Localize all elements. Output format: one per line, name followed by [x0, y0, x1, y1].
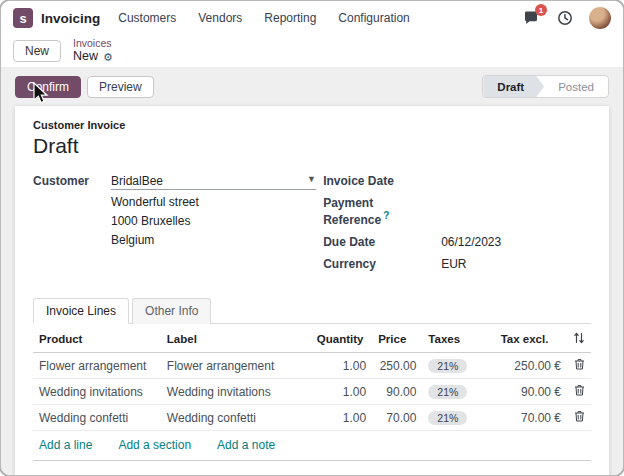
invoice-sheet: Customer Invoice Draft Customer BridalBe…	[15, 106, 609, 476]
odoo-logo-icon[interactable]: s	[13, 8, 33, 28]
cell-quantity[interactable]: 1.00	[311, 353, 372, 379]
app-title: Invoicing	[41, 11, 100, 26]
tab-other-info[interactable]: Other Info	[132, 298, 211, 324]
messages-button[interactable]: 1	[521, 8, 541, 28]
invoice-line-row[interactable]: Flower arrangement Flower arrangement 1.…	[33, 353, 591, 379]
topbar-right: 1	[521, 7, 611, 29]
add-a-note-link[interactable]: Add a note	[217, 438, 275, 452]
cell-taxes[interactable]: 21%	[422, 405, 494, 431]
app-window: s Invoicing Customers Vendors Reporting …	[0, 0, 624, 476]
col-price[interactable]: Price	[372, 326, 422, 353]
help-question-icon[interactable]: ?	[383, 210, 389, 221]
customer-value: BridalBee	[111, 174, 163, 188]
menu-item-configuration[interactable]: Configuration	[338, 11, 409, 25]
cell-subtotal: 90.00 €	[495, 379, 567, 405]
clock-icon	[557, 10, 573, 26]
document-type-label: Customer Invoice	[33, 119, 591, 131]
customer-address: Wonderful street 1000 Bruxelles Belgium	[111, 195, 316, 247]
delete-line-button[interactable]	[574, 410, 585, 425]
status-bar: Draft Posted	[482, 75, 609, 98]
col-label[interactable]: Label	[161, 326, 311, 353]
customer-field[interactable]: BridalBee ▼	[111, 174, 316, 190]
cell-price[interactable]: 90.00	[372, 379, 422, 405]
action-gear-icon[interactable]: ⚙	[103, 51, 113, 63]
status-step-draft[interactable]: Draft	[483, 76, 544, 97]
line-add-links: Add a line Add a section Add a note	[33, 431, 591, 461]
control-panel: Confirm Preview Draft Posted	[15, 75, 609, 98]
delete-line-button[interactable]	[574, 358, 585, 373]
invoice-lines-table: Product Label Quantity Price Taxes Tax e…	[33, 326, 591, 431]
customer-label: Customer	[33, 174, 111, 247]
cell-price[interactable]: 250.00	[372, 353, 422, 379]
chevron-down-icon: ▼	[307, 174, 316, 188]
address-line: 1000 Bruxelles	[111, 214, 316, 228]
preview-button[interactable]: Preview	[87, 76, 154, 98]
delete-line-button[interactable]	[574, 384, 585, 399]
status-step-posted[interactable]: Posted	[544, 76, 608, 97]
cell-label[interactable]: Flower arrangement	[161, 353, 311, 379]
cell-subtotal: 70.00 €	[495, 405, 567, 431]
add-a-section-link[interactable]: Add a section	[118, 438, 191, 452]
cell-quantity[interactable]: 1.00	[311, 379, 372, 405]
col-product[interactable]: Product	[33, 326, 161, 353]
activities-button[interactable]	[555, 8, 575, 28]
due-date-field[interactable]: 06/12/2023	[441, 235, 501, 249]
cell-subtotal: 250.00 €	[495, 353, 567, 379]
payment-reference-label: Payment Reference?	[323, 196, 441, 227]
optional-columns-icon	[573, 332, 585, 346]
address-line: Belgium	[111, 233, 316, 247]
cell-product[interactable]: Flower arrangement	[33, 353, 161, 379]
cell-quantity[interactable]: 1.00	[311, 405, 372, 431]
cell-taxes[interactable]: 21%	[422, 353, 494, 379]
messages-count-badge: 1	[535, 4, 547, 16]
top-navbar: s Invoicing Customers Vendors Reporting …	[1, 1, 623, 35]
cell-price[interactable]: 70.00	[372, 405, 422, 431]
notebook-tabs: Invoice Lines Other Info	[33, 297, 591, 324]
confirm-button[interactable]: Confirm	[15, 76, 81, 98]
work-area: Confirm Preview Draft Posted Customer In…	[1, 67, 623, 476]
menu-item-customers[interactable]: Customers	[118, 11, 176, 25]
breadcrumb-bar: New Invoices New ⚙	[1, 35, 623, 67]
menu-item-vendors[interactable]: Vendors	[198, 11, 242, 25]
cell-taxes[interactable]: 21%	[422, 379, 494, 405]
tax-badge: 21%	[428, 385, 467, 399]
invoice-line-row[interactable]: Wedding invitations Wedding invitations …	[33, 379, 591, 405]
invoice-form: Customer BridalBee ▼ Wonderful street 10…	[33, 174, 591, 279]
currency-field[interactable]: EUR	[441, 257, 466, 271]
breadcrumb: Invoices New ⚙	[73, 38, 113, 63]
address-line: Wonderful street	[111, 195, 316, 209]
breadcrumb-current: New	[73, 50, 98, 64]
col-subtotal[interactable]: Tax excl.	[495, 326, 567, 353]
table-header-row: Product Label Quantity Price Taxes Tax e…	[33, 326, 591, 353]
cell-label[interactable]: Wedding invitations	[161, 379, 311, 405]
user-avatar[interactable]	[589, 7, 611, 29]
cell-product[interactable]: Wedding confetti	[33, 405, 161, 431]
add-a-line-link[interactable]: Add a line	[39, 438, 92, 452]
invoice-line-row[interactable]: Wedding confetti Wedding confetti 1.00 7…	[33, 405, 591, 431]
due-date-label: Due Date	[323, 235, 441, 249]
new-button[interactable]: New	[13, 40, 61, 62]
col-taxes[interactable]: Taxes	[422, 326, 494, 353]
currency-label: Currency	[323, 257, 441, 271]
tab-invoice-lines[interactable]: Invoice Lines	[33, 298, 129, 324]
optional-columns-button[interactable]	[567, 326, 591, 353]
main-menu: Customers Vendors Reporting Configuratio…	[118, 11, 409, 25]
cell-product[interactable]: Wedding invitations	[33, 379, 161, 405]
col-quantity[interactable]: Quantity	[311, 326, 372, 353]
tax-badge: 21%	[428, 411, 467, 425]
invoice-date-label: Invoice Date	[323, 174, 441, 188]
cell-label[interactable]: Wedding confetti	[161, 405, 311, 431]
tax-badge: 21%	[428, 359, 467, 373]
menu-item-reporting[interactable]: Reporting	[264, 11, 316, 25]
invoice-state-title: Draft	[33, 134, 591, 158]
